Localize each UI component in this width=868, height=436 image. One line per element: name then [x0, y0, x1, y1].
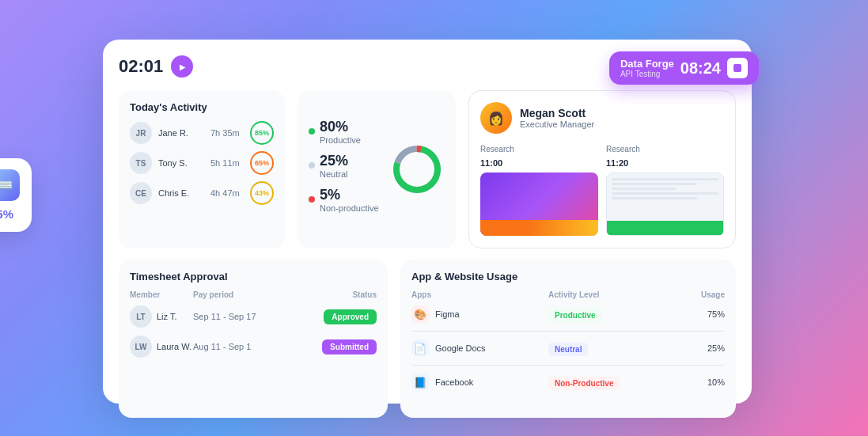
doc-line: [612, 192, 718, 195]
stop-button[interactable]: [727, 58, 748, 78]
productivity-row: 80% Productive: [309, 119, 381, 145]
megan-name: Megan Scott: [520, 107, 594, 119]
keyboard-icon: ⌨️: [0, 176, 13, 194]
forge-title: Data Forge: [620, 58, 674, 70]
app-usage-title: App & Website Usage: [411, 271, 725, 282]
figma-icon: 🎨: [411, 305, 429, 323]
percent-badge: 65%: [250, 151, 274, 175]
top-row: Today's Activity JR Jane R. 7h 35m 85% T…: [119, 90, 736, 248]
kb-pct-item: 45%: [0, 207, 13, 221]
data-forge-badge: Data Forge API Testing 08:24: [609, 51, 759, 85]
app-name: Figma: [435, 309, 460, 319]
productive-label: Productive: [320, 135, 361, 145]
thumb-doc: [606, 173, 724, 236]
doc-line: [612, 188, 676, 190]
col-status: Status: [305, 290, 377, 299]
doc-line: [612, 197, 697, 199]
ts-period: Sep 11 - Sep 17: [193, 312, 305, 321]
megan-avatar: 👩: [480, 102, 512, 134]
forge-subtitle: API Testing: [620, 70, 674, 78]
play-icon: ▶: [180, 63, 186, 71]
research-thumb-2: [606, 173, 724, 236]
member-time: 4h 47m: [210, 188, 244, 198]
keyboard-icon-box: ⌨️: [0, 169, 20, 201]
timesheet-title: Timesheet Approval: [130, 271, 377, 282]
doc-lines: [607, 173, 723, 207]
nonproductive-badge: Non-Productive: [548, 377, 620, 390]
member-name: Chris E.: [158, 188, 204, 198]
forge-timer: 08:24: [680, 59, 721, 78]
app-level: Productive: [548, 307, 685, 322]
col-member: Member: [130, 290, 193, 299]
productivity-row: 5% Non-productive: [309, 187, 381, 213]
productivity-row: 25% Neutral: [309, 153, 381, 179]
productive-pct: 80%: [320, 119, 361, 135]
avatar: TS: [130, 152, 152, 174]
app-level: Non-Productive: [548, 375, 685, 390]
forge-info: Data Forge API Testing: [620, 58, 674, 78]
neutral-pct: 25%: [320, 153, 348, 169]
app-usage-pct: 10%: [685, 377, 725, 387]
pct-row: 55% 45%: [0, 207, 13, 221]
icons-row: 🖱️ ⌨️: [0, 169, 20, 201]
facebook-icon: 📘: [411, 373, 429, 391]
avatar: LW: [130, 336, 152, 358]
ts-name: Liz T.: [157, 312, 176, 321]
activity-card: Today's Activity JR Jane R. 7h 35m 85% T…: [119, 90, 285, 248]
doc-line: [612, 178, 718, 180]
submitted-badge: Submitted: [322, 339, 377, 354]
ts-status: Approved: [305, 309, 377, 324]
member-time: 7h 35m: [210, 128, 244, 138]
googledocs-icon: 📄: [411, 339, 429, 357]
table-row: LW Laura W. Aug 11 - Sep 1 Submitted: [130, 336, 377, 358]
research-item-2: Research 11:20: [606, 145, 724, 236]
research-time-2: 11:20: [606, 158, 724, 168]
dot-productive: [309, 128, 315, 135]
ts-name: Laura W.: [157, 342, 191, 351]
timer-display: 02:01: [119, 56, 163, 77]
table-row: LT Liz T. Sep 11 - Sep 17 Approved: [130, 305, 377, 328]
doc-line: [612, 183, 697, 185]
megan-info: Megan Scott Executive Manager: [520, 107, 594, 129]
productive-badge: Productive: [548, 309, 602, 322]
app-name: Google Docs: [435, 343, 486, 353]
research-grid: Research 11:00 Research 11:20: [480, 145, 724, 236]
app-level: Neutral: [548, 341, 685, 356]
productivity-stats: 80% Productive 25% Neutral 5% Non-prod: [309, 119, 381, 221]
neutral-label: Neutral: [320, 169, 348, 179]
research-time-1: 11:00: [480, 158, 598, 168]
col-usage: Usage: [685, 290, 725, 299]
app-name-cell: 🎨 Figma: [411, 305, 548, 323]
research-label-2: Research: [606, 145, 724, 154]
ts-status: Submitted: [305, 339, 377, 354]
avatar: JR: [130, 122, 152, 144]
col-level: Activity Level: [548, 290, 685, 299]
member-name: Tony S.: [158, 158, 204, 168]
app-headers: Apps Activity Level Usage: [411, 290, 725, 299]
approved-badge: Approved: [324, 309, 377, 324]
stop-icon: [733, 64, 741, 72]
play-button[interactable]: ▶: [171, 55, 193, 78]
table-row: 🎨 Figma Productive 75%: [411, 305, 725, 332]
nonproductive-pct: 5%: [320, 187, 379, 203]
app-usage-pct: 25%: [685, 343, 725, 353]
col-apps: Apps: [411, 290, 548, 299]
ts-member: LT Liz T.: [130, 305, 193, 328]
ts-period: Aug 11 - Sep 1: [193, 342, 305, 351]
table-row: JR Jane R. 7h 35m 85%: [130, 121, 274, 145]
neutral-badge: Neutral: [548, 343, 588, 356]
avatar: CE: [130, 182, 152, 204]
productivity-card: 80% Productive 25% Neutral 5% Non-prod: [298, 90, 456, 248]
app-name: Facebook: [435, 377, 473, 387]
megan-card: Data Forge API Testing 08:24 👩 Megan Sco…: [468, 90, 736, 248]
doc-bottom-bar: [607, 221, 723, 235]
app-name-cell: 📘 Facebook: [411, 373, 548, 391]
main-dashboard: 02:01 ▶ Today's Activity JR Jane R. 7h 3…: [103, 40, 752, 404]
timesheet-headers: Member Pay period Status: [130, 290, 377, 299]
percent-badge: 43%: [250, 181, 274, 205]
bottom-row: Timesheet Approval Member Pay period Sta…: [119, 260, 736, 418]
megan-header: 👩 Megan Scott Executive Manager: [480, 102, 724, 134]
avatar: LT: [130, 305, 152, 328]
dot-nonproductive: [309, 196, 315, 203]
kb-pct: 45%: [0, 207, 13, 221]
